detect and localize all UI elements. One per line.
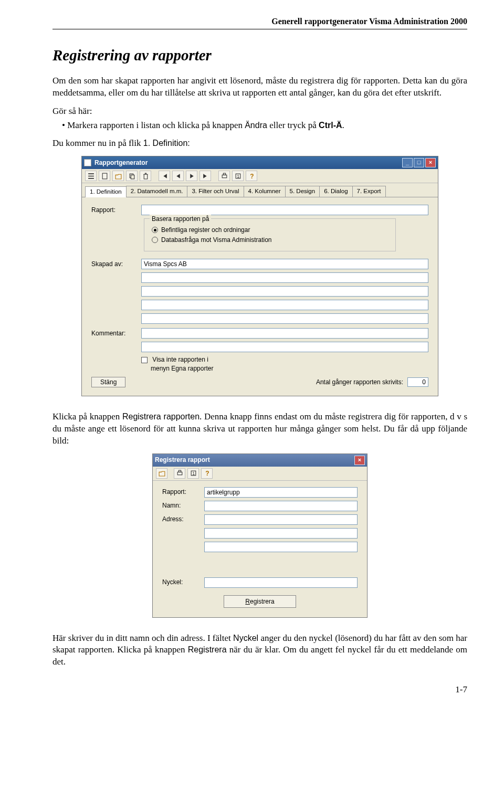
visa-inte-checkbox[interactable]: Visa inte rapporten i menyn Egna rapport… <box>141 355 213 372</box>
window-title: Registrera rapport <box>155 456 210 464</box>
svg-text:?: ? <box>250 173 254 180</box>
tail-a: Här skriver du in ditt namn och din adre… <box>52 633 233 643</box>
radio-befintliga[interactable]: Befintliga register och ordningar <box>152 226 388 234</box>
radio-databasfraga[interactable]: Databasfråga mot Visma Administration <box>152 236 388 244</box>
svg-text:?: ? <box>205 470 209 477</box>
adress-label: Adress: <box>162 515 204 523</box>
help-icon[interactable]: 1 <box>187 468 199 479</box>
toolbar: 1 ? <box>82 169 438 183</box>
rapportgenerator-window: Rapportgenerator _ □ × 1 ? 1. Definition… <box>81 156 438 396</box>
panel-registrera: Rapport: artikelgrupp Namn: Adress: Nyck… <box>153 481 367 617</box>
copy-icon[interactable] <box>126 171 138 181</box>
page-number: 1-7 <box>52 684 467 696</box>
radio-icon <box>152 237 158 243</box>
page-title: Registrering av rapporter <box>52 45 467 66</box>
panel-definition: Rapport: Basera rapporten på Befintliga … <box>82 197 438 396</box>
kommentar-label: Kommentar: <box>91 329 141 338</box>
tab-name-definition: 1. Definition: <box>143 139 190 147</box>
app-icon <box>84 159 91 166</box>
question-icon[interactable]: ? <box>201 468 213 479</box>
rapport-field[interactable]: artikelgrupp <box>204 487 358 498</box>
help-icon[interactable]: 1 <box>232 171 244 181</box>
tab-datamodell[interactable]: 2. Datamodell m.m. <box>126 186 188 197</box>
group-legend: Basera rapporten på <box>150 215 211 223</box>
adress-field-3[interactable] <box>204 542 358 552</box>
close-button[interactable]: × <box>354 456 365 465</box>
titlebar: Registrera rapport × <box>153 454 367 467</box>
print-icon[interactable] <box>174 468 185 479</box>
stang-button[interactable]: Stäng <box>91 377 125 387</box>
tab-export[interactable]: 7. Export <box>352 186 386 197</box>
window-title: Rapportgenerator <box>94 159 148 167</box>
tab-row: 1. Definition 2. Datamodell m.m. 3. Filt… <box>82 183 438 197</box>
rapport-label: Rapport: <box>162 488 204 496</box>
prev-icon[interactable] <box>172 171 184 181</box>
intro-paragraph: Om den som har skapat rapporten har angi… <box>52 75 467 99</box>
svg-rect-4 <box>223 173 225 175</box>
kommentar-field-2[interactable] <box>141 342 428 352</box>
skapad-field-2[interactable] <box>141 272 428 283</box>
antal-label: Antal gånger rapporten skrivits: <box>316 378 403 386</box>
nyckel-word: Nyckel <box>233 634 258 642</box>
kommentar-field-1[interactable] <box>141 328 428 339</box>
new-icon[interactable] <box>99 171 110 181</box>
skapad-field-5[interactable] <box>141 313 428 324</box>
namn-label: Namn: <box>162 501 204 510</box>
gor-sa-har: Gör så här: <box>52 106 467 118</box>
registrera-rapporten-label: Registrera rapporten <box>122 412 200 421</box>
radio2-label: Databasfråga mot Visma Administration <box>161 236 272 244</box>
svg-rect-0 <box>102 173 107 179</box>
registrera-word: Registrera <box>188 645 227 654</box>
last-icon[interactable] <box>200 171 211 181</box>
toolbar: 1 ? <box>153 467 367 481</box>
radio1-label: Befintliga register och ordningar <box>161 226 250 234</box>
tab-kolumner[interactable]: 4. Kolumner <box>244 186 286 197</box>
question-icon[interactable]: ? <box>246 171 257 181</box>
svg-text:1: 1 <box>192 471 195 476</box>
open-icon[interactable] <box>112 171 124 181</box>
checkbox-label-2: menyn Egna rapporter <box>151 365 213 372</box>
skapad-field-4[interactable] <box>141 300 428 310</box>
bullet-text-pre: Markera rapporten i listan och klicka på… <box>67 120 245 130</box>
registrera-rapport-window: Registrera rapport × 1 ? Rapport: artike… <box>152 454 368 618</box>
nyckel-field[interactable] <box>204 577 358 588</box>
svg-rect-8 <box>177 472 182 474</box>
andra-label: Ändra <box>245 121 267 130</box>
antal-field[interactable]: 0 <box>407 377 428 387</box>
skapad-field[interactable]: Visma Spcs AB <box>141 259 428 269</box>
next-icon[interactable] <box>186 171 197 181</box>
minimize-button[interactable]: _ <box>402 158 413 167</box>
tab-filter[interactable]: 3. Filter och Urval <box>187 186 244 197</box>
namn-field[interactable] <box>204 501 358 511</box>
bullet-text-post: . <box>342 120 344 130</box>
svg-text:1: 1 <box>237 174 239 179</box>
adress-field-2[interactable] <box>204 528 358 539</box>
page-header: Generell rapportgenerator Visma Administ… <box>52 16 467 29</box>
skapad-label: Skapad av: <box>91 260 141 268</box>
svg-rect-3 <box>222 175 227 177</box>
open-icon[interactable] <box>156 468 167 479</box>
svg-rect-2 <box>131 175 134 179</box>
dukommer-pre: Du kommer nu in på flik <box>52 138 143 148</box>
maximize-button[interactable]: □ <box>414 158 424 167</box>
mid-pre: Klicka på knappen <box>52 412 122 421</box>
close-button[interactable]: × <box>425 158 436 167</box>
delete-icon[interactable] <box>140 171 151 181</box>
titlebar: Rapportgenerator _ □ × <box>82 156 438 169</box>
adress-field-1[interactable] <box>204 514 358 525</box>
rapport-field[interactable] <box>141 205 428 215</box>
list-icon[interactable] <box>85 171 97 181</box>
print-icon[interactable] <box>218 171 230 181</box>
tab-design[interactable]: 5. Design <box>285 186 320 197</box>
svg-rect-9 <box>178 470 181 472</box>
first-icon[interactable] <box>159 171 170 181</box>
registrera-button[interactable]: Registrera <box>224 595 296 608</box>
mid-paragraph: Klicka på knappen Registrera rapporten. … <box>52 411 467 447</box>
basera-groupbox: Basera rapporten på Befintliga register … <box>144 218 396 251</box>
skapad-field-3[interactable] <box>141 286 428 297</box>
rapport-label: Rapport: <box>91 206 141 214</box>
registrera-btn-rest: egistrera <box>250 598 275 605</box>
tab-dialog[interactable]: 6. Dialog <box>319 186 352 197</box>
tab-definition[interactable]: 1. Definition <box>85 186 127 197</box>
checkbox-label-1: Visa inte rapporten i <box>152 356 208 363</box>
